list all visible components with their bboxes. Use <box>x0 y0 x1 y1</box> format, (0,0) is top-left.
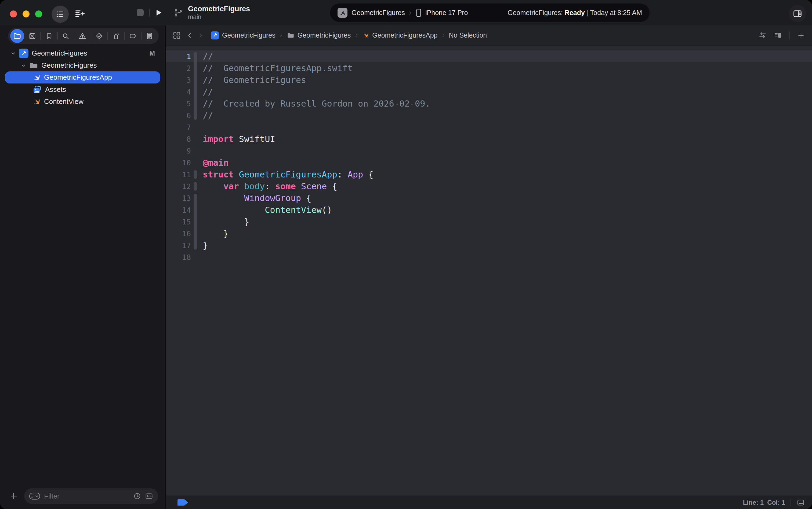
recent-clock-icon[interactable] <box>133 492 141 500</box>
line-number[interactable]: 15 <box>166 218 191 226</box>
line-number[interactable]: 5 <box>166 100 191 108</box>
tree-row-group[interactable]: GeometricFigures <box>0 59 165 71</box>
code-line[interactable]: 18 <box>166 251 812 263</box>
line-number[interactable]: 2 <box>166 64 191 72</box>
warning-triangle-icon <box>78 32 87 40</box>
code-fold-ribbon[interactable] <box>194 52 197 120</box>
line-number[interactable]: 7 <box>166 123 191 132</box>
filter-field[interactable]: Filter <box>24 488 158 504</box>
add-editor-button[interactable] <box>797 31 805 39</box>
related-items-button[interactable] <box>173 31 181 39</box>
list-bullet-icon <box>55 9 65 19</box>
code-line[interactable]: 14 ContentView() <box>166 204 812 216</box>
navtab-reports[interactable] <box>143 29 157 43</box>
line-number[interactable]: 17 <box>166 241 191 250</box>
minimize-button[interactable] <box>23 10 30 18</box>
breadcrumb-group[interactable]: GeometricFigures <box>287 31 351 39</box>
breakpoint-tag-icon <box>129 32 137 40</box>
line-number[interactable]: 4 <box>166 88 191 96</box>
line-number[interactable]: 13 <box>166 194 191 202</box>
code-line[interactable]: 15 } <box>166 216 812 228</box>
tree-row-assets[interactable]: Assets <box>0 83 165 96</box>
line-number[interactable]: 6 <box>166 111 191 120</box>
tree-row-selected-file[interactable]: GeometricFiguresApp <box>5 71 160 83</box>
code-line[interactable]: 6// <box>166 109 812 121</box>
pill-project-label: GeometricFigures <box>351 9 405 16</box>
code-text: var body: some Scene { <box>203 181 337 192</box>
breakpoints-toggle[interactable] <box>177 499 188 506</box>
stop-button[interactable] <box>134 7 147 18</box>
line-number[interactable]: 11 <box>166 170 191 179</box>
chevron-down-icon[interactable] <box>20 63 27 68</box>
navtab-source-control[interactable] <box>25 29 39 43</box>
code-line[interactable]: 11struct GeometricFiguresApp: App { <box>166 169 812 180</box>
navigator-filter-bar: Filter <box>0 486 165 509</box>
code-fold-ribbon[interactable] <box>194 182 197 191</box>
breadcrumb-project[interactable]: GeometricFigures <box>211 31 275 39</box>
code-line[interactable]: 3// GeometricFigures <box>166 74 812 86</box>
code-line[interactable]: 12 var body: some Scene { <box>166 180 812 192</box>
navtab-breakpoints[interactable] <box>126 29 140 43</box>
breadcrumb-selection[interactable]: No Selection <box>449 31 487 39</box>
code-line[interactable]: 9 <box>166 145 812 157</box>
back-button[interactable] <box>187 32 193 39</box>
forward-button[interactable] <box>197 32 204 39</box>
filter-icon <box>29 493 40 500</box>
line-number[interactable]: 14 <box>166 206 191 214</box>
line-number[interactable]: 3 <box>166 76 191 84</box>
navtab-bookmarks[interactable] <box>42 29 56 43</box>
navtab-tests[interactable] <box>92 29 106 43</box>
code-line[interactable]: 7 <box>166 121 812 133</box>
traffic-lights <box>10 10 42 18</box>
line-number[interactable]: 1 <box>166 53 191 61</box>
coding-assistant-button[interactable] <box>73 7 88 22</box>
code-fold-ribbon[interactable] <box>194 194 197 250</box>
code-line[interactable]: 17} <box>166 239 812 251</box>
tree-row-project[interactable]: GeometricFigures M <box>0 47 165 59</box>
toggle-navigator-button[interactable] <box>52 6 69 23</box>
code-line[interactable]: 5// Created by Russell Gordon on 2026-02… <box>166 98 812 109</box>
line-number[interactable]: 8 <box>166 135 191 143</box>
destination-label: iPhone 17 Pro <box>425 9 468 16</box>
sparkle-list-icon <box>74 8 86 20</box>
code-line[interactable]: 8import SwiftUI <box>166 133 812 145</box>
code-line[interactable]: 10@main <box>166 157 812 169</box>
add-button[interactable] <box>9 491 18 501</box>
navtab-find[interactable] <box>59 29 73 43</box>
code-fold-ribbon[interactable] <box>194 170 197 179</box>
breadcrumb-file[interactable]: GeometricFiguresApp <box>362 31 437 39</box>
code-line[interactable]: 4// <box>166 86 812 98</box>
code-line[interactable]: 2// GeometricFiguresApp.swift <box>166 62 812 74</box>
swap-editors-button[interactable] <box>758 31 767 40</box>
tree-row-contentview[interactable]: ContentView <box>0 96 165 108</box>
code-editor[interactable]: 1//2// GeometricFiguresApp.swift3// Geom… <box>166 46 812 496</box>
editor-options-button[interactable] <box>774 31 782 40</box>
run-button[interactable] <box>152 7 165 18</box>
editor-area: GeometricFigures GeometricFigures <box>166 25 812 509</box>
run-destination[interactable]: iPhone 17 Pro <box>415 9 468 17</box>
plus-minus-box-icon[interactable] <box>145 492 153 500</box>
line-number[interactable]: 16 <box>166 230 191 238</box>
scheme-area[interactable]: GeometricFigures main <box>174 0 250 25</box>
activity-status-pill[interactable]: GeometricFigures 〉 iPhone 17 Pro Geometr… <box>330 3 649 22</box>
navtab-project-navigator[interactable] <box>10 29 24 43</box>
build-status: GeometricFigures: Ready | Today at 8:25 … <box>508 9 642 16</box>
chevron-down-icon[interactable] <box>10 50 16 56</box>
close-button[interactable] <box>10 10 17 18</box>
navtab-debug[interactable] <box>109 29 123 43</box>
report-document-icon <box>146 32 153 40</box>
zoom-button[interactable] <box>35 10 42 18</box>
tree-label: GeometricFiguresApp <box>44 73 112 81</box>
navtab-issues[interactable] <box>75 29 90 43</box>
line-number[interactable]: 18 <box>166 253 191 262</box>
code-line[interactable]: 1// <box>166 50 812 62</box>
line-number[interactable]: 9 <box>166 147 191 155</box>
toggle-bottom-bar-button[interactable] <box>797 498 805 507</box>
line-number[interactable]: 10 <box>166 159 191 167</box>
tree-label: ContentView <box>44 97 83 106</box>
code-text: // <box>203 110 213 121</box>
code-line[interactable]: 16 } <box>166 228 812 239</box>
line-number[interactable]: 12 <box>166 182 191 191</box>
code-line[interactable]: 13 WindowGroup { <box>166 192 812 204</box>
toggle-inspector-button[interactable] <box>789 5 806 22</box>
